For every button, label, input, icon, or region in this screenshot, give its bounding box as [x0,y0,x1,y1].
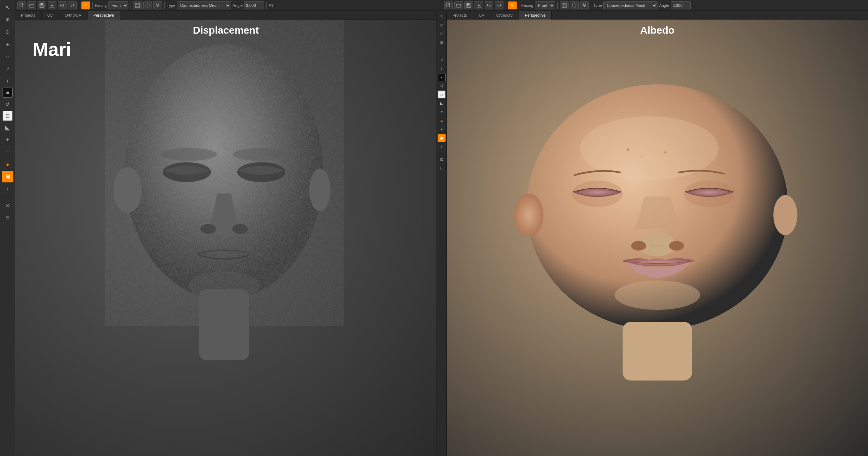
export-icon[interactable] [48,1,56,9]
new-file-icon[interactable] [17,1,26,9]
mid-swap-color-icon[interactable]: ↺ [438,82,446,90]
mid-zoom-out-icon[interactable]: ⊖ [438,30,446,38]
mid-cursor-icon[interactable]: ↖ [438,12,446,20]
toolbar-sep-2 [92,2,93,9]
toolbar-sep-3 [131,2,131,9]
mid-white-swatch-icon[interactable]: □ [438,90,446,98]
mid-paint-icon[interactable]: / [438,64,446,72]
panel-view-icon[interactable]: ⊟ [2,212,13,223]
r-circle-select-icon[interactable] [570,1,579,9]
transform-icon[interactable]: ✦ [2,134,13,145]
r-redo-icon[interactable] [495,1,503,9]
type-select[interactable]: Connectedness Mesh [177,1,231,9]
svg-rect-16 [467,5,470,7]
sphere-preview-icon[interactable]: ● [2,159,13,170]
mid-lasso-icon[interactable]: ↗ [438,56,446,64]
r-facing-select[interactable]: Front [535,1,555,9]
left-tab-uv[interactable]: UV [42,11,59,20]
selection-active-icon[interactable]: ▣ [2,171,13,182]
facing-label: Facing [95,3,107,8]
mid-dots-icon[interactable]: ⁛ [438,47,446,55]
left-tab-ortho[interactable]: Ortho/UV [59,11,88,20]
corner-icon[interactable]: ◣ [2,122,13,133]
background-color-icon[interactable]: □ [3,111,13,121]
mid-sphere2-icon[interactable]: ● [438,125,446,133]
r-export-icon[interactable] [475,1,483,9]
paint-icon[interactable]: / [2,75,13,87]
lasso-icon[interactable]: ↗ [2,63,13,75]
svg-point-59 [664,151,667,153]
mid-panel-icon[interactable]: ⊟ [438,164,446,172]
r-new-file-icon[interactable] [444,1,453,9]
close-view-icon[interactable]: ⊠ [2,199,13,211]
svg-point-55 [669,241,684,251]
zoom-out-icon[interactable]: ⊖ [2,26,13,38]
select-mode-icon[interactable]: ↖ [81,1,90,9]
mid-black-swatch-icon[interactable]: ■ [438,73,446,81]
r-select-mode-icon[interactable]: ↖ [508,1,517,9]
left-tab-perspective[interactable]: Perspective [88,11,120,20]
redo-icon[interactable] [68,1,77,9]
svg-point-10 [146,4,149,7]
layers-icon[interactable]: ≡ [2,146,13,158]
mid-selection2-icon[interactable]: ▣ [438,134,446,142]
svg-point-28 [160,148,217,161]
svg-point-57 [627,148,629,151]
mid-close-icon[interactable]: ⊠ [438,155,446,163]
mid-corner-icon[interactable]: ◣ [438,99,446,107]
svg-point-27 [309,169,331,211]
cursor-icon[interactable]: ↖ [2,1,13,13]
left-viewport-canvas[interactable]: Displacement Mari [15,20,437,456]
mid-grid-icon[interactable]: ⊞ [438,38,446,46]
albedo-head-svg [447,20,868,456]
r-angle-input[interactable] [671,1,691,9]
right-tab-uv[interactable]: UV [473,11,490,20]
save-file-icon[interactable] [38,1,46,9]
magnet-icon[interactable] [153,1,162,9]
r-wireframe-icon[interactable] [560,1,569,9]
circle-select-icon[interactable] [143,1,152,9]
dots-select-icon[interactable]: ⁛ [2,51,13,62]
r-toolbar-sep-1 [506,2,506,9]
foreground-color-icon[interactable]: ■ [3,88,13,98]
mid-zoom-in-icon[interactable]: ⊕ [438,21,446,29]
right-tab-projects[interactable]: Projects [447,11,473,20]
mid-layers2-icon[interactable]: ≡ [438,117,446,124]
r-undo-icon[interactable] [485,1,493,9]
mid-add-icon[interactable]: + [438,143,446,151]
add-icon[interactable]: + [2,183,13,195]
left-sidebar: ↖ ⊕ ⊖ ⊞ ⁛ ↗ / ■ ↺ □ ◣ ✦ ≡ ● ▣ + ⊠ ⊟ [0,0,15,456]
displacement-head-svg [15,20,437,456]
r-magnet-icon[interactable] [580,1,589,9]
r-angle-label: Angle [659,3,669,8]
svg-point-54 [631,241,646,251]
r-save-file-icon[interactable] [464,1,473,9]
svg-point-40 [181,143,182,144]
r-type-select[interactable]: Connectedness Mesh [603,1,658,9]
right-tab-perspective[interactable]: Perspective [519,11,552,20]
r-open-file-icon[interactable] [454,1,463,9]
right-tab-ortho[interactable]: Ortho/UV [490,11,519,20]
viewports-container: Projects UV Ortho/UV Perspective Displac… [15,11,868,456]
right-viewport-canvas[interactable]: Albedo [447,20,868,456]
zoom-in-icon[interactable]: ⊕ [2,14,13,25]
middle-sidebar: ↖ ⊕ ⊖ ⊞ ⁛ ↗ / ■ ↺ □ ◣ ✦ ≡ ● ▣ + ⊠ ⊟ [437,11,447,456]
right-toolbar: ↖ Facing Front Type Connectedness Mesh A… [442,0,868,11]
svg-point-29 [233,148,286,161]
undo-icon[interactable] [58,1,67,9]
all-label: All [269,3,273,8]
wireframe-icon[interactable] [133,1,142,9]
type-label: Type [167,3,175,8]
svg-point-41 [198,139,200,141]
angle-input[interactable] [244,1,264,9]
svg-point-44 [170,118,172,120]
svg-rect-47 [623,322,692,380]
open-file-icon[interactable] [27,1,36,9]
swap-icon[interactable]: ↺ [2,98,13,110]
toolbar-sep-5 [266,2,267,9]
facing-select[interactable]: Front [108,1,128,9]
left-tab-projects[interactable]: Projects [15,11,42,20]
sidebar-divider-1 [2,197,13,197]
grid-view-icon[interactable]: ⊞ [2,38,13,50]
mid-transform2-icon[interactable]: ✦ [438,108,446,116]
